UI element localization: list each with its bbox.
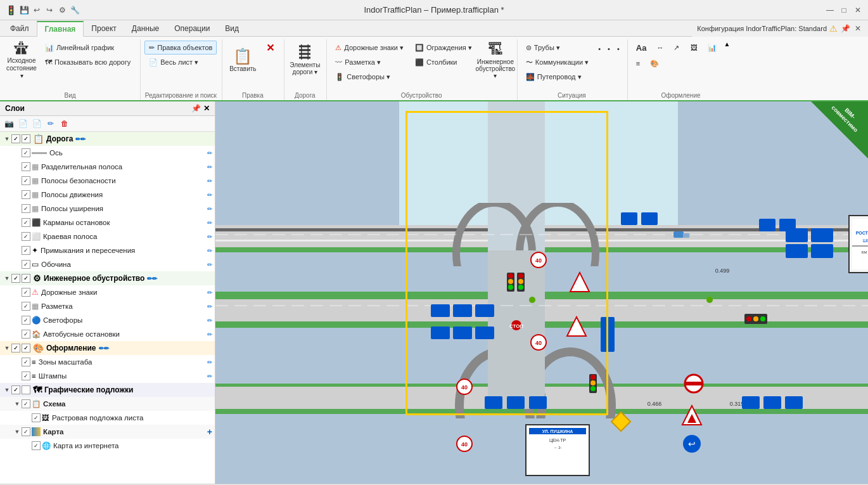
layer-karta-group-header[interactable]: ▼ Карта + xyxy=(0,425,215,439)
layer-obochina[interactable]: ▭ Обочина ✏ xyxy=(0,257,215,271)
oform-expand-icon[interactable]: ▼ xyxy=(3,344,11,352)
razd-check[interactable] xyxy=(22,162,30,171)
layers-pin-btn[interactable]: 📌 xyxy=(191,104,201,113)
marking-btn[interactable]: 〰 Разметка ▾ xyxy=(331,55,408,69)
arrow-tool-btn[interactable]: ↗ xyxy=(669,41,684,55)
karta-check[interactable] xyxy=(22,427,30,436)
karta-expand[interactable]: ▼ xyxy=(13,427,22,436)
layer-tool-4[interactable]: ✏ xyxy=(44,117,57,130)
stamps-check[interactable] xyxy=(22,372,30,380)
layer-stamps[interactable]: ≡ Штампы ✏ xyxy=(0,369,215,383)
canvas-area[interactable]: BIM- совместимо xyxy=(215,101,868,484)
pipes-btn[interactable]: ⊜ Трубы ▾ xyxy=(521,41,593,55)
cut-btn[interactable]: ✕ xyxy=(262,41,279,55)
redo-btn[interactable]: ↪ xyxy=(44,5,54,15)
marking-check[interactable] xyxy=(22,302,30,311)
signals-btn[interactable]: 🚦 Светофоры ▾ xyxy=(331,70,408,84)
layers-close-btn[interactable]: ✕ xyxy=(203,104,210,113)
show-road-btn[interactable]: 🗺 Показывать всю дорогу xyxy=(41,55,135,69)
polosa-ushir-check[interactable] xyxy=(22,204,30,213)
eng-check[interactable] xyxy=(11,274,20,283)
doroga-check[interactable] xyxy=(11,134,20,143)
karmany-check[interactable] xyxy=(22,218,30,227)
layer-road-signs[interactable]: ⚠ Дорожные знаки ✏ xyxy=(0,285,215,299)
graphic-check2[interactable] xyxy=(22,385,30,394)
color-btn[interactable]: 🎨 xyxy=(646,56,663,70)
elements-btn[interactable]: 🛤 Элементыдороги ▾ xyxy=(288,41,321,80)
primyk-check[interactable] xyxy=(22,246,30,255)
oform-check[interactable] xyxy=(11,344,20,352)
layer-group-graphic-header[interactable]: ▼ 🗺 Графические подложки xyxy=(0,383,215,397)
photo-btn[interactable]: 🖼 xyxy=(686,41,702,55)
graphic-expand-icon[interactable]: ▼ xyxy=(3,385,11,394)
doroga-expand-icon[interactable]: ▼ xyxy=(3,134,11,143)
scale-tool-btn[interactable]: ↔ xyxy=(652,41,668,55)
tab-view[interactable]: Вид xyxy=(217,22,246,36)
layer-group-eng-header[interactable]: ▼ ⚙ Инженерное обустройство ✏✏ xyxy=(0,271,215,285)
tab-operations[interactable]: Операции xyxy=(167,22,217,36)
s2-btn[interactable]: • xyxy=(605,42,613,56)
layer-karmany[interactable]: ⬛ Карманы остановок ✏ xyxy=(0,216,215,230)
road-signs-check[interactable] xyxy=(22,288,30,297)
layer-group-doroga-header[interactable]: ▼ 📋 Дорога ✏✏ xyxy=(0,132,215,146)
eng-check2[interactable] xyxy=(22,274,30,283)
layer-tool-1[interactable]: 📷 xyxy=(3,117,15,130)
layer-tool-3[interactable]: 📄 xyxy=(30,117,43,130)
initial-state-btn[interactable]: 🛣 Исходноесостояние ▾ xyxy=(5,41,38,80)
tab-main[interactable]: Главная xyxy=(37,21,84,37)
table-btn[interactable]: 📊 xyxy=(703,41,721,55)
bridge-btn[interactable]: 🌉 Путепровод ▾ xyxy=(521,70,593,84)
road-map-svg[interactable]: СТОП xyxy=(215,101,868,484)
layer-marking[interactable]: ▦ Разметка ✏ xyxy=(0,299,215,313)
polosa-dvizh-check[interactable] xyxy=(22,190,30,199)
layer-btn[interactable]: ≡ xyxy=(632,56,644,70)
raster-check[interactable] xyxy=(32,413,41,422)
schema-expand[interactable]: ▼ xyxy=(13,399,22,408)
ribbon-close-btn[interactable]: ✕ xyxy=(853,23,863,34)
oform-check2[interactable] xyxy=(22,344,30,352)
layer-scale-zones[interactable]: ≡ Зоны масштаба ✏ xyxy=(0,355,215,369)
text-tool-btn[interactable]: Aa xyxy=(632,41,651,55)
maximize-btn[interactable]: □ xyxy=(839,5,849,15)
eng-infra-btn[interactable]: 🏗 Инженерноеобустройство ▾ xyxy=(479,41,512,80)
tab-file[interactable]: Файл xyxy=(3,22,37,36)
pillars-btn[interactable]: ⬛ Столбики xyxy=(411,55,476,69)
layer-razd[interactable]: ▦ Разделительная полоса ✏ xyxy=(0,160,215,174)
os-check[interactable] xyxy=(22,148,30,157)
save-title-btn[interactable]: 💾 xyxy=(19,5,29,15)
road-signs-btn[interactable]: ⚠ Дорожные знаки ▾ xyxy=(331,41,408,55)
fences-btn[interactable]: 🔲 Ограждения ▾ xyxy=(411,41,476,55)
polosa-bezop-check[interactable] xyxy=(22,176,30,185)
settings-btn[interactable]: ⚙ xyxy=(57,5,67,15)
linear-chart-btn[interactable]: 📊 Линейный график xyxy=(41,41,135,55)
layer-group-oform-header[interactable]: ▼ 🎨 Оформление ✏✏ xyxy=(0,341,215,355)
layer-polosa-ushir[interactable]: ▦ Полосы уширения ✏ xyxy=(0,202,215,216)
eng-expand-icon[interactable]: ▼ xyxy=(3,274,11,283)
karta-add-btn[interactable]: + xyxy=(207,427,212,437)
close-btn[interactable]: ✕ xyxy=(853,5,863,15)
tab-data[interactable]: Данные xyxy=(124,22,167,36)
layer-karta-inet[interactable]: 🌐 Карта из интернета xyxy=(0,439,215,453)
graphic-check[interactable] xyxy=(11,385,20,394)
bus-stops-check[interactable] xyxy=(22,330,30,339)
layer-schema-group-header[interactable]: ▼ 📋 Схема xyxy=(0,397,215,411)
layer-tool-2[interactable]: 📄 xyxy=(16,117,29,130)
insert-btn[interactable]: 📋 Вставить xyxy=(226,41,259,80)
layer-kraevaya[interactable]: ⬜ Краевая полоса ✏ xyxy=(0,230,215,243)
tab-project[interactable]: Проект xyxy=(84,22,124,36)
layer-raster-bg[interactable]: 🖼 Растровая подложка листа xyxy=(0,411,215,425)
obochina-check[interactable] xyxy=(22,260,30,269)
s1-btn[interactable]: • xyxy=(596,42,603,56)
s3-btn[interactable]: • xyxy=(615,42,622,56)
edit-objects-btn[interactable]: ✏ Правка объектов xyxy=(144,41,217,55)
layer-signals[interactable]: 🔵 Светофоры ✏ xyxy=(0,313,215,327)
ribbon-pin-btn[interactable]: 📌 xyxy=(840,23,850,34)
doroga-check2[interactable] xyxy=(22,134,30,143)
layer-polosa-dvizh[interactable]: ▦ Полосы движения ✏ xyxy=(0,188,215,202)
schema-check[interactable] xyxy=(22,399,30,408)
whole-sheet-btn[interactable]: 📄 Весь лист ▾ xyxy=(144,55,217,69)
oform-collapse-btn[interactable]: ▲ xyxy=(724,41,730,48)
undo-btn[interactable]: ↩ xyxy=(32,5,42,15)
karta-inet-check[interactable] xyxy=(32,441,41,450)
layer-tool-5[interactable]: 🗑 xyxy=(58,117,71,130)
